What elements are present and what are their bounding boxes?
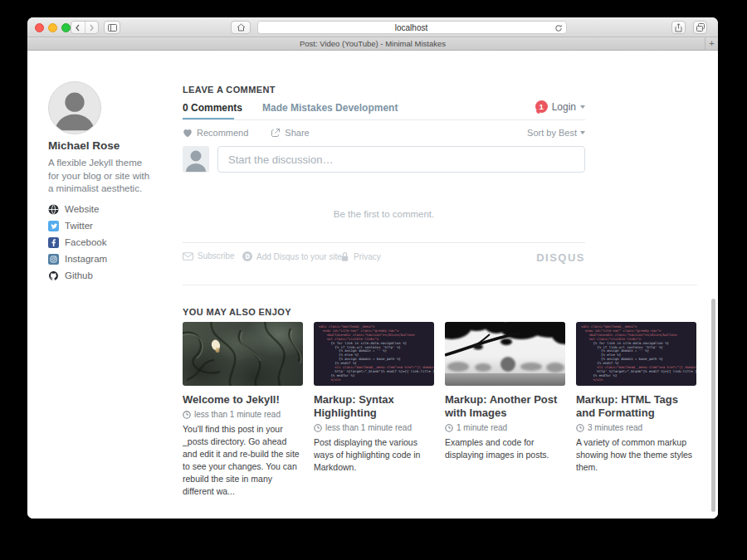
foggy-tree-graphic: [445, 322, 565, 386]
post-excerpt: A variety of common markup showing how t…: [576, 436, 696, 474]
safari-window: Post: Video (YouTube) - Minimal Mistakes…: [27, 17, 718, 519]
refresh-icon[interactable]: [554, 24, 563, 32]
community-tab[interactable]: Made Mistakes Development: [262, 102, 398, 114]
instagram-icon: [48, 254, 59, 265]
tab-title: Post: Video (YouTube) - Minimal Mistakes: [27, 37, 718, 50]
share-button-disqus[interactable]: Share: [271, 128, 309, 138]
comment-input-wrap: [217, 146, 585, 173]
chevron-left-icon: [75, 24, 81, 32]
home-button[interactable]: [231, 21, 251, 34]
forward-button[interactable]: [85, 22, 99, 33]
comment-count-tab[interactable]: 0 Comments: [183, 102, 242, 114]
post-read-time: 1 minute read: [445, 423, 565, 432]
related-heading: YOU MAY ALSO ENJOY: [183, 307, 291, 317]
browser-titlebar: [27, 17, 718, 37]
post-thumbnail-foggy-tree[interactable]: [445, 322, 565, 386]
author-avatar: [48, 81, 101, 134]
post-excerpt: You'll find this post in your _posts dir…: [183, 423, 303, 498]
envelope-icon: [183, 252, 193, 261]
nav-buttons: [71, 21, 99, 34]
post-title[interactable]: Markup: HTML Tags and Formatting: [576, 393, 696, 420]
disqus-footer: Subscribe Add Disqus to your site Privac…: [183, 251, 585, 265]
subscribe-link[interactable]: Subscribe: [183, 251, 234, 261]
post-thumbnail-code[interactable]: <div class="masthead__menu"> <nav id="si…: [314, 322, 434, 386]
sidebar-toggle-button[interactable]: [104, 21, 120, 34]
tab-overview-button[interactable]: [693, 21, 707, 34]
disqus-d-icon: [242, 251, 252, 261]
github-icon: [48, 270, 59, 281]
back-button[interactable]: [71, 22, 85, 33]
author-bio: A flexible Jekyll theme for your blog or…: [48, 157, 154, 196]
clock-icon: [445, 424, 453, 432]
lock-icon: [340, 251, 349, 262]
post-read-time: less than 1 minute read: [314, 423, 434, 432]
clock-icon: [576, 424, 584, 432]
login-label: Login: [552, 101, 576, 113]
chevron-down-icon: [580, 131, 585, 134]
login-control[interactable]: 1 Login: [535, 100, 585, 113]
empty-comments-message: Be the first to comment.: [183, 209, 585, 219]
related-post-card: Markup: Another Post with Images 1 minut…: [445, 322, 565, 498]
divider: [183, 285, 697, 285]
sort-by-control[interactable]: Sort by Best: [527, 128, 585, 138]
address-bar: [257, 21, 567, 34]
author-name: Michael Rose: [48, 139, 120, 152]
add-disqus-link[interactable]: Add Disqus to your site: [242, 251, 342, 261]
clock-icon: [183, 411, 191, 419]
related-post-card: Welcome to Jekyll! less than 1 minute re…: [183, 322, 303, 498]
twitter-icon: [48, 221, 59, 231]
post-excerpt: Post displaying the various ways of high…: [314, 436, 434, 474]
comment-input[interactable]: [218, 147, 584, 172]
disqus-tabs: 0 Comments Made Mistakes Development: [183, 102, 398, 114]
clock-icon: [314, 424, 322, 432]
post-title[interactable]: Welcome to Jekyll!: [183, 393, 303, 407]
notification-badge[interactable]: 1: [535, 100, 548, 113]
post-excerpt: Examples and code for displaying images …: [445, 436, 565, 461]
recommend-button[interactable]: Recommend: [197, 128, 248, 138]
sidebar-link-website[interactable]: Website: [48, 202, 99, 216]
heart-icon: [183, 129, 193, 138]
privacy-link[interactable]: Privacy: [340, 251, 381, 262]
sidebar-link-github[interactable]: Github: [48, 269, 93, 282]
divider: [183, 242, 585, 243]
sidebar-icon: [108, 24, 117, 32]
person-silhouette-icon: [183, 146, 209, 173]
sidebar-link-instagram[interactable]: Instagram: [48, 252, 107, 265]
disqus-logo[interactable]: DISQUS: [536, 251, 585, 264]
chevron-right-icon: [89, 24, 95, 32]
vertical-scrollbar[interactable]: [711, 299, 715, 512]
url-input[interactable]: [270, 22, 553, 33]
sidebar-link-twitter[interactable]: Twitter: [48, 219, 93, 232]
zoom-window-button[interactable]: [61, 23, 71, 32]
home-icon: [237, 23, 246, 32]
share-icon: [675, 23, 682, 32]
facebook-icon: [48, 237, 59, 248]
recommend-share-row: Recommend Share: [183, 128, 310, 138]
post-read-time: less than 1 minute read: [183, 410, 303, 419]
share-button[interactable]: [671, 21, 686, 34]
tabs-icon: [696, 23, 705, 32]
post-title[interactable]: Markup: Another Post with Images: [445, 393, 565, 420]
globe-icon: [48, 204, 59, 215]
related-cards: Welcome to Jekyll! less than 1 minute re…: [183, 322, 696, 498]
related-post-card: <div class="masthead__menu"> <nav id="si…: [576, 322, 696, 498]
related-post-card: <div class="masthead__menu"> <nav id="si…: [314, 322, 434, 498]
chevron-down-icon: [580, 105, 585, 109]
close-window-button[interactable]: [35, 23, 44, 32]
leave-a-comment-heading: LEAVE A COMMENT: [183, 85, 276, 95]
leaf-cells-graphic: [183, 322, 303, 386]
person-silhouette-icon: [49, 82, 100, 134]
new-tab-button[interactable]: +: [705, 37, 718, 50]
sidebar-link-facebook[interactable]: Facebook: [48, 236, 107, 249]
divider: [183, 119, 585, 120]
share-box-icon: [271, 128, 281, 138]
page-content: Michael Rose A flexible Jekyll theme for…: [27, 51, 718, 519]
minimize-window-button[interactable]: [48, 23, 57, 32]
post-thumbnail-green-macro[interactable]: [183, 322, 303, 386]
tab-bar: Post: Video (YouTube) - Minimal Mistakes…: [27, 37, 718, 51]
post-thumbnail-code[interactable]: <div class="masthead__menu"> <nav id="si…: [576, 322, 696, 386]
post-title[interactable]: Markup: Syntax Highlighting: [314, 393, 434, 420]
commenter-avatar: [183, 146, 209, 173]
post-read-time: 3 minutes read: [576, 423, 696, 432]
